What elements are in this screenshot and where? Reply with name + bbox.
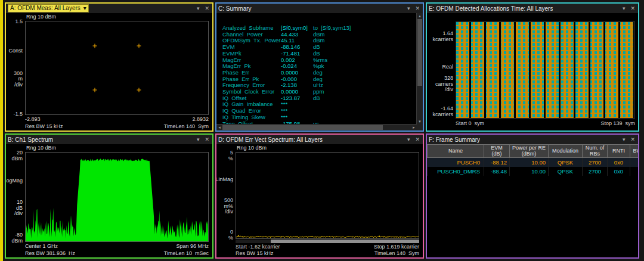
sum-unit: %rms (313, 57, 416, 64)
column-header-rnti[interactable]: RNTI (608, 145, 630, 158)
panel-e-close-icon[interactable]: ✕ (630, 4, 635, 13)
panel-f-content: NameEVM (dB)Power per RE (dBm)Modulation… (427, 144, 638, 257)
panel-b-controls: ▾ ✕ (197, 135, 209, 144)
panel-d-title: D: OFDM Err Vect Spectrum: All Layers (218, 136, 323, 143)
column-header-power[interactable]: Power per RE (dBm) (510, 145, 549, 158)
panel-ofdm-meas: A: OFDM Meas: All Layers ▾ ▾ ✕ Rng 10 dB… (5, 2, 213, 132)
panel-e-collapse-icon[interactable]: ▾ (623, 4, 626, 13)
vertical-scrollbar[interactable]: ▲ ▼ (416, 13, 423, 125)
column-header-evm[interactable]: EVM (dB) (484, 145, 510, 158)
x-max-label: 2.8932 (192, 116, 209, 122)
y-axis-name: Const (8, 48, 23, 54)
sum-unit: %pk (313, 63, 416, 70)
frame-summary-row[interactable]: PUSCH0_DMRS-88.4810.00QPSK27000x00 (428, 167, 639, 176)
cell-mod: QPSK (549, 158, 583, 167)
cell-power: 10.00 (510, 158, 549, 167)
panel-e-content: 1.64 kcarriers Real 328 carriers /div -1… (427, 13, 638, 130)
panel-c-collapse-icon[interactable]: ▾ (407, 4, 410, 13)
x-start-label: Start 0 sym (456, 120, 484, 126)
center-freq-label: Center 1 GHz (25, 243, 58, 249)
evm-horizontal-scrollbar[interactable] (236, 240, 419, 243)
timelen-label: TimeLen 140 Sym (164, 123, 209, 129)
panel-d-close-icon[interactable]: ✕ (415, 135, 420, 144)
sum-value: *** (281, 114, 313, 121)
cell-rbs: 2700 (583, 167, 608, 176)
panel-b-title: B: Ch1 Spectrum (8, 136, 53, 143)
y-max-label: 1.64 kcarriers (432, 31, 453, 42)
x-stop-label: Stop 139 sym (600, 120, 635, 126)
y-axis-labels: 1.64 kcarriers Real 328 carriers /div -1… (427, 21, 456, 119)
y-max-label: 1.5 (15, 19, 23, 25)
evm-scroll-thumb[interactable] (271, 240, 419, 243)
panel-f-controls: ▾ ✕ (623, 135, 635, 144)
cell-bwp: 0 (630, 158, 639, 167)
panel-b-titlebar[interactable]: B: Ch1 Spectrum ▾ ✕ (6, 135, 212, 144)
sum-unit: deg (313, 76, 416, 83)
scroll-left-icon[interactable]: ◄ (216, 125, 222, 130)
sum-unit (313, 114, 416, 121)
y-min-label: -1.5 (13, 111, 23, 117)
panel-b-close-icon[interactable]: ✕ (205, 135, 209, 144)
column-header-bwp[interactable]: BWP ID (630, 145, 639, 158)
panel-summary: C: Summary ▾ ✕ Analyzed Subframe[Sf0,sym… (215, 2, 424, 132)
panel-d-collapse-icon[interactable]: ▾ (407, 135, 410, 144)
panel-b-collapse-icon[interactable]: ▾ (197, 135, 200, 144)
column-header-name[interactable]: Name (428, 145, 484, 158)
panel-b-content: Rng 10 dBm 20 dBm LogMag 10 dB /div -80 … (6, 144, 212, 257)
sum-unit: dBm (313, 38, 416, 44)
cell-rnti: 0x0 (608, 158, 630, 167)
panel-c-titlebar[interactable]: C: Summary ▾ ✕ (216, 4, 423, 13)
sum-unit (313, 101, 416, 108)
y-axis-name: LogMag (6, 178, 23, 184)
ch1-spectrum-plot[interactable] (25, 152, 209, 242)
cell-evm: -88.12 (484, 158, 510, 167)
summary-rows: Analyzed Subframe[Sf0,sym0]to [Sf9,sym13… (222, 25, 416, 130)
x-stop-label: Stop 1.619 kcarrier (374, 244, 419, 250)
sum-unit: ppm (313, 89, 416, 95)
summary-row: IQ Timing Skew*** (222, 114, 416, 121)
panel-f-collapse-icon[interactable]: ▾ (623, 135, 626, 144)
cell-mod: QPSK (549, 167, 583, 176)
timelen-label: TimeLen 10 mSec (164, 250, 209, 256)
frame-summary-row[interactable]: PUSCH0-88.1210.00QPSK27000x00 (428, 158, 639, 167)
y-scale-per-div: 300 m /div (14, 71, 23, 88)
panel-a-collapse-icon[interactable]: ▾ (197, 4, 200, 13)
vsa-window: A: OFDM Meas: All Layers ▾ ▾ ✕ Rng 10 dB… (0, 0, 644, 261)
cell-bwp: 0 (630, 167, 639, 176)
x-min-label: -2.893 (25, 116, 41, 122)
panel-a-titlebar[interactable]: A: OFDM Meas: All Layers ▾ ▾ ✕ (6, 4, 212, 13)
panel-f-close-icon[interactable]: ✕ (630, 135, 635, 144)
cell-evm: -88.48 (484, 167, 510, 176)
sum-unit: dB (313, 51, 416, 57)
constellation-point (92, 44, 97, 48)
scroll-down-icon[interactable]: ▼ (417, 119, 423, 125)
column-header-mod[interactable]: Modulation (549, 145, 583, 158)
y-min-label: 0 % (228, 229, 233, 241)
horizontal-scrollbar[interactable]: ◄ ► (216, 124, 417, 130)
panel-f-titlebar[interactable]: F: Frame Summary ▾ ✕ (427, 135, 638, 144)
horizontal-scroll-thumb[interactable] (222, 125, 383, 130)
panel-c-controls: ▾ ✕ (407, 4, 420, 13)
cell-rnti: 0x0 (608, 167, 630, 176)
panel-d-titlebar[interactable]: D: OFDM Err Vect Spectrum: All Layers ▾ … (216, 135, 423, 144)
column-header-rbs[interactable]: Num. of RBs (583, 145, 608, 158)
panel-c-close-icon[interactable]: ✕ (415, 4, 420, 13)
left-accent-strip (0, 0, 3, 261)
y-scale-per-div: 10 dB /div (14, 200, 23, 217)
panel-e-titlebar[interactable]: E: OFDM Detected Allocations Time: All L… (427, 4, 638, 13)
y-axis-labels: 5 % LinMag 500 m% /div 0 % (216, 152, 236, 239)
panel-a-close-icon[interactable]: ✕ (205, 4, 209, 13)
allocation-map[interactable] (456, 21, 635, 119)
constellation-plot[interactable] (25, 21, 209, 115)
evm-spectrum-plot[interactable] (236, 152, 419, 239)
cell-name: PUSCH0 (428, 158, 484, 167)
timelen-label: TimeLen 140 Sym (374, 250, 419, 256)
scroll-right-icon[interactable]: ► (411, 125, 417, 130)
scroll-up-icon[interactable]: ▲ (417, 13, 423, 19)
sum-value: -71.481 (281, 51, 313, 57)
panel-a-title-dropdown[interactable]: A: OFDM Meas: All Layers ▾ (8, 4, 89, 13)
evm-trace (236, 153, 419, 238)
sum-unit: deg (313, 70, 416, 76)
y-axis-name: Real (442, 64, 453, 70)
vertical-scroll-thumb[interactable] (417, 19, 422, 86)
